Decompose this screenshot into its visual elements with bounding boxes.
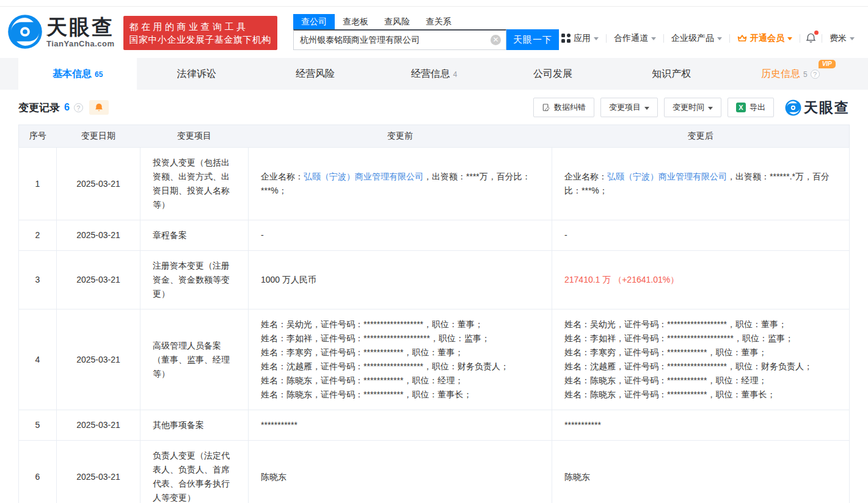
tianyancha-logo-icon [785,100,801,116]
column-header: 变更项目 [140,125,249,148]
nav-divider [606,34,607,43]
table-row: 22025-03-21章程备案-- [19,220,850,251]
change-record-section-header: 变更记录 6 ? 数据纠错 变更项目 变更时间 X 导出 天眼查 [0,90,868,125]
search-tab-relation[interactable]: 查关系 [418,14,459,29]
tab-法律诉讼[interactable]: 法律诉讼 [137,58,255,90]
tab-label: 基本信息 [53,68,92,81]
tianyancha-logo[interactable]: 天眼查 TianYanCha.com [7,14,115,49]
cell-line: 姓名：吴幼光，证件号码：******************，职位：董事； [261,317,539,331]
cell-line: 1000 万人民币 [261,273,539,287]
cell-line: 企业名称：弘颐（宁波）商业管理有限公司，出资额：******.*万，百分比：**… [564,170,837,198]
cell-before: 陈晓东 [249,441,552,503]
company-link[interactable]: 弘颐（宁波）商业管理有限公司 [607,172,727,181]
crown-icon [737,34,747,43]
clear-search-icon[interactable]: ✕ [491,35,501,45]
tab-count: 65 [95,70,103,79]
search-button[interactable]: 天眼一下 [506,29,559,50]
section-count: 6 [64,102,70,113]
search-input[interactable] [300,35,491,45]
help-icon[interactable]: ? [811,70,820,79]
cell-text: 姓名：李如祥，证件号码：********************，职位：监事； [564,333,793,343]
cell-after: 姓名：吴幼光，证件号码：******************，职位：董事；姓名：… [552,309,850,410]
cell-line: 陈晓东 [261,470,539,484]
cell-before: 1000 万人民币 [249,251,552,309]
nav-divider [663,34,664,43]
cell-text: 姓名：吴幼光，证件号码：******************，职位：董事； [261,319,483,329]
cell-text: *********** [261,420,297,430]
tab-label: 经营信息 [411,68,450,81]
cell-text: 姓名：陈晓东，证件号码：************，职位：经理； [261,375,463,385]
cell-line: 姓名：吴幼光，证件号码：******************，职位：董事； [564,317,837,331]
tab-公司发展[interactable]: 公司发展 [494,58,612,90]
nav-user-account[interactable]: 费米 [827,33,857,44]
cell-change-item: 其他事项备案 [140,410,249,441]
cell-before: *********** [249,410,552,441]
tab-经营风险[interactable]: 经营风险 [256,58,374,90]
cell-index: 1 [19,148,57,220]
cell-text: 陈晓东 [564,472,590,482]
notification-bell[interactable] [805,32,817,44]
top-navigation: 应用 合作通道 企业级产品 开通会员 费米 [559,32,857,44]
top-divider [0,0,868,7]
table-row: 32025-03-21注册资本变更（注册资金、资金数额等变更）1000 万人民币… [19,251,850,309]
cell-index: 5 [19,410,57,441]
table-row: 42025-03-21高级管理人员备案（董事、监事、经理等）姓名：吴幼光，证件号… [19,309,850,410]
table-row: 52025-03-21其他事项备案********************** [19,410,850,441]
highlighted-value: 217410.1 万 （+21641.01%） [564,275,679,284]
change-time-filter[interactable]: 变更时间 [664,98,721,117]
nav-open-membership[interactable]: 开通会员 [735,33,795,44]
data-correction-button[interactable]: 数据纠错 [533,98,594,117]
tab-label: 知识产权 [652,68,691,81]
cell-text: 姓名：李寒穷，证件号码：************，职位：董事； [564,347,767,357]
cell-line: 姓名：陈晓东，证件号码：************，职位：经理； [261,374,539,388]
cell-index: 6 [19,441,57,503]
cell-line: - [564,228,837,242]
cell-index: 3 [19,251,57,309]
tab-经营信息[interactable]: 经营信息4 [374,58,493,90]
cell-text: 姓名：陈晓东，证件号码：************，职位：经理； [564,375,767,385]
cell-before: 企业名称：弘颐（宁波）商业管理有限公司，出资额：****万，百分比：***%； [249,148,552,220]
nav-apps[interactable]: 应用 [559,33,601,44]
search-box: ✕ [293,29,506,50]
excel-icon: X [736,103,746,112]
cell-change-item: 注册资本变更（注册资金、资金数额等变更） [140,251,249,309]
cell-line: 姓名：李如祥，证件号码：********************，职位：监事； [261,331,539,346]
help-icon[interactable]: ? [74,103,83,112]
tab-知识产权[interactable]: 知识产权 [612,58,731,90]
cell-change-date: 2025-03-21 [57,251,140,309]
nav-cooperation[interactable]: 合作通道 [611,33,658,44]
watermark-text: 天眼查 [804,98,850,117]
search-tab-company[interactable]: 查公司 [293,14,335,29]
tab-label: 经营风险 [296,68,335,81]
cell-after: 陈晓东 [552,441,850,503]
cell-text: - [261,230,264,240]
chevron-down-icon [594,37,599,40]
cell-index: 2 [19,220,57,251]
tianyancha-logo-icon [7,14,43,49]
company-link[interactable]: 弘颐（宁波）商业管理有限公司 [304,172,423,181]
change-project-filter[interactable]: 变更项目 [600,98,658,117]
search-tab-risk[interactable]: 查风险 [376,14,418,29]
table-row: 62025-03-21负责人变更（法定代表人、负责人、首席代表、合伙事务执行人等… [19,441,850,503]
cell-change-item: 负责人变更（法定代表人、负责人、首席代表、合伙事务执行人等变更） [140,441,249,503]
column-header: 变更前 [249,125,552,148]
tab-历史信息[interactable]: 历史信息5?VIP [731,58,850,90]
tab-count: 4 [453,70,458,79]
cell-line: *********** [564,418,837,432]
cell-change-date: 2025-03-21 [57,410,140,441]
cell-text: *********** [564,420,601,430]
subscribe-bell-button[interactable] [89,100,109,115]
cell-change-date: 2025-03-21 [57,220,140,251]
cell-line: 姓名：李寒穷，证件号码：************，职位：董事； [261,346,539,360]
cell-before: 姓名：吴幼光，证件号码：******************，职位：董事；姓名：… [249,309,552,410]
search-tab-boss[interactable]: 查老板 [335,14,376,29]
nav-enterprise-products[interactable]: 企业级产品 [669,33,724,44]
export-button[interactable]: X 导出 [728,98,774,117]
cell-text: 企业名称： [261,172,304,181]
cell-change-item: 高级管理人员备案（董事、监事、经理等） [140,309,249,410]
tab-基本信息[interactable]: 基本信息65 [18,58,137,90]
cell-line: 姓名：陈晓东，证件号码：************，职位：董事长； [564,388,837,402]
table-row: 12025-03-21投资人变更（包括出资额、出资方式、出资日期、投资人名称等）… [19,148,850,220]
cell-text: 姓名：沈越雁，证件号码：******************，职位：财务负责人； [564,361,812,371]
cell-line: 姓名：李如祥，证件号码：********************，职位：监事； [564,331,837,346]
